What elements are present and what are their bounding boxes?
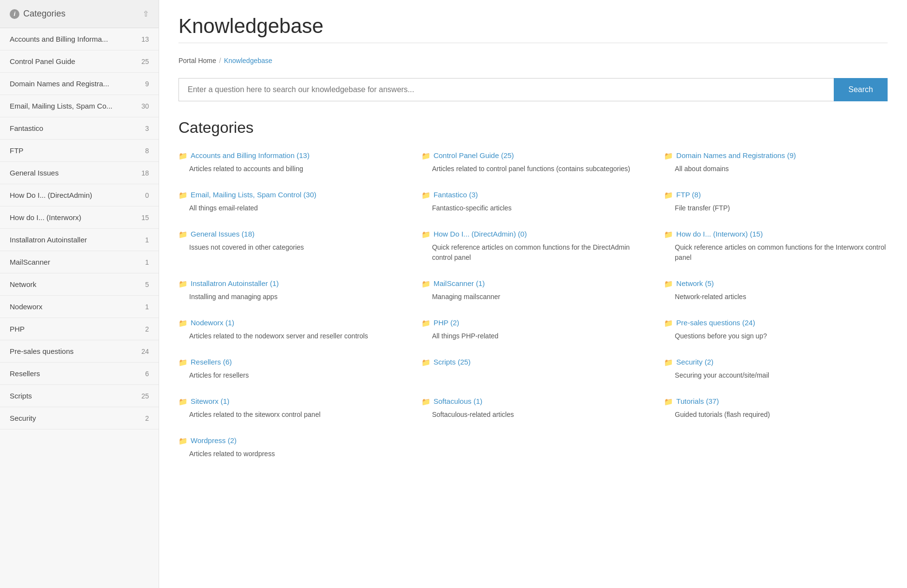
- category-description: All things PHP-related: [421, 331, 645, 341]
- sidebar-item[interactable]: Fantastico 3: [0, 117, 159, 140]
- category-description: Articles for resellers: [178, 370, 402, 381]
- category-link[interactable]: 📁 FTP (8): [664, 190, 888, 200]
- category-link[interactable]: 📁 Email, Mailing Lists, Spam Control (30…: [178, 190, 402, 200]
- category-card: 📁 General Issues (18) Issues not covered…: [178, 229, 402, 263]
- category-link[interactable]: 📁 Nodeworx (1): [178, 318, 402, 328]
- folder-icon: 📁: [421, 357, 431, 367]
- folder-icon: 📁: [421, 279, 431, 289]
- category-link-text: Control Panel Guide (25): [434, 150, 514, 160]
- category-link[interactable]: 📁 Domain Names and Registrations (9): [664, 150, 888, 161]
- category-link[interactable]: 📁 Installatron Autoinstaller (1): [178, 278, 402, 289]
- category-description: Articles related to wordpress: [178, 449, 402, 459]
- category-link[interactable]: 📁 Tutorials (37): [664, 396, 888, 407]
- sidebar-item[interactable]: Security 2: [0, 407, 159, 429]
- chevron-up-icon[interactable]: ⇧: [143, 9, 149, 18]
- search-input[interactable]: [178, 78, 834, 101]
- categories-grid: 📁 Accounts and Billing Information (13) …: [178, 150, 888, 459]
- category-description: Managing mailscanner: [421, 292, 645, 302]
- sidebar-item-count: 1: [145, 258, 149, 266]
- sidebar-item[interactable]: Network 5: [0, 273, 159, 296]
- folder-icon: 📁: [421, 151, 431, 161]
- sidebar-item[interactable]: Domain Names and Registra... 9: [0, 73, 159, 95]
- sidebar-item-label: Network: [10, 280, 36, 288]
- category-link[interactable]: 📁 Fantastico (3): [421, 190, 645, 200]
- search-button[interactable]: Search: [834, 78, 888, 101]
- category-link[interactable]: 📁 General Issues (18): [178, 229, 402, 239]
- sidebar-item-count: 25: [141, 58, 149, 65]
- sidebar-item-label: Pre-sales questions: [10, 347, 74, 355]
- category-link-text: Tutorials (37): [676, 396, 719, 406]
- category-link[interactable]: 📁 Softaculous (1): [421, 396, 645, 407]
- folder-icon: 📁: [664, 397, 673, 407]
- category-link[interactable]: 📁 How do I... (Interworx) (15): [664, 229, 888, 239]
- category-card: 📁 Network (5) Network-related articles: [664, 278, 888, 302]
- category-link[interactable]: 📁 Security (2): [664, 357, 888, 367]
- category-card: 📁 Accounts and Billing Information (13) …: [178, 150, 402, 174]
- breadcrumb-home[interactable]: Portal Home: [178, 57, 216, 64]
- sidebar-item[interactable]: General Issues 18: [0, 162, 159, 184]
- category-description: All about domains: [664, 164, 888, 174]
- category-description: Securing your account/site/mail: [664, 370, 888, 381]
- category-link-text: Softaculous (1): [434, 396, 483, 406]
- category-link[interactable]: 📁 Network (5): [664, 278, 888, 289]
- sidebar-item[interactable]: Control Panel Guide 25: [0, 50, 159, 73]
- sidebar-item-label: Security: [10, 414, 36, 422]
- sidebar-item[interactable]: Resellers 6: [0, 363, 159, 385]
- category-link[interactable]: 📁 MailScanner (1): [421, 278, 645, 289]
- sidebar-item[interactable]: Accounts and Billing Informa... 13: [0, 28, 159, 50]
- category-description: Fantastico-specific articles: [421, 203, 645, 213]
- category-link-text: General Issues (18): [191, 229, 255, 239]
- breadcrumb-current[interactable]: Knowledgebase: [224, 57, 273, 64]
- category-link[interactable]: 📁 Resellers (6): [178, 357, 402, 367]
- sidebar-item-label: Accounts and Billing Informa...: [10, 35, 108, 43]
- folder-icon: 📁: [178, 151, 188, 161]
- category-description: Issues not covered in other categories: [178, 242, 402, 253]
- category-link[interactable]: 📁 Siteworx (1): [178, 396, 402, 407]
- sidebar-item-label: Scripts: [10, 392, 32, 400]
- breadcrumb: Portal Home / Knowledgebase: [178, 57, 888, 64]
- sidebar-item[interactable]: MailScanner 1: [0, 251, 159, 273]
- sidebar-item-label: How Do I... (DirectAdmin): [10, 191, 92, 199]
- category-link[interactable]: 📁 Pre-sales questions (24): [664, 318, 888, 328]
- sidebar-item[interactable]: FTP 8: [0, 140, 159, 162]
- sidebar-item[interactable]: How Do I... (DirectAdmin) 0: [0, 184, 159, 207]
- folder-icon: 📁: [664, 279, 673, 289]
- category-link[interactable]: 📁 PHP (2): [421, 318, 645, 328]
- category-link-text: Siteworx (1): [191, 396, 229, 406]
- sidebar-item-label: Email, Mailing Lists, Spam Co...: [10, 102, 113, 110]
- sidebar-item[interactable]: Nodeworx 1: [0, 296, 159, 318]
- category-link[interactable]: 📁 Wordpress (2): [178, 435, 402, 446]
- sidebar-header: i Categories ⇧: [0, 0, 159, 28]
- category-card: 📁 Fantastico (3) Fantastico-specific art…: [421, 190, 645, 213]
- sidebar-item[interactable]: How do I... (Interworx) 15: [0, 207, 159, 229]
- category-link[interactable]: 📁 Control Panel Guide (25): [421, 150, 645, 161]
- category-link[interactable]: 📁 How Do I... (DirectAdmin) (0): [421, 229, 645, 239]
- category-description: Network-related articles: [664, 292, 888, 302]
- sidebar-item[interactable]: PHP 2: [0, 318, 159, 340]
- page-title: Knowledgebase: [178, 15, 888, 38]
- sidebar-item[interactable]: Scripts 25: [0, 385, 159, 407]
- category-card: 📁 Scripts (25): [421, 357, 645, 381]
- category-card: 📁 MailScanner (1) Managing mailscanner: [421, 278, 645, 302]
- category-description: Articles related to accounts and billing: [178, 164, 402, 174]
- category-link[interactable]: 📁 Accounts and Billing Information (13): [178, 150, 402, 161]
- folder-icon: 📁: [178, 279, 188, 289]
- sidebar-items-list: Accounts and Billing Informa... 13 Contr…: [0, 28, 159, 429]
- category-link[interactable]: 📁 Scripts (25): [421, 357, 645, 367]
- title-divider: [178, 43, 888, 43]
- folder-icon: 📁: [178, 190, 188, 200]
- category-link-text: Resellers (6): [191, 357, 232, 367]
- info-icon: i: [10, 9, 19, 19]
- sidebar-item-label: FTP: [10, 146, 23, 155]
- sidebar-item[interactable]: Installatron Autoinstaller 1: [0, 229, 159, 251]
- sidebar-item[interactable]: Pre-sales questions 24: [0, 340, 159, 363]
- sidebar-item-count: 25: [141, 392, 149, 400]
- folder-icon: 📁: [421, 397, 431, 407]
- category-link-text: How do I... (Interworx) (15): [676, 229, 762, 239]
- category-card: 📁 FTP (8) File transfer (FTP): [664, 190, 888, 213]
- sidebar-item-count: 9: [145, 80, 149, 88]
- sidebar-item-count: 30: [141, 102, 149, 110]
- sidebar-item-label: Fantastico: [10, 124, 43, 132]
- category-description: File transfer (FTP): [664, 203, 888, 213]
- sidebar-item[interactable]: Email, Mailing Lists, Spam Co... 30: [0, 95, 159, 117]
